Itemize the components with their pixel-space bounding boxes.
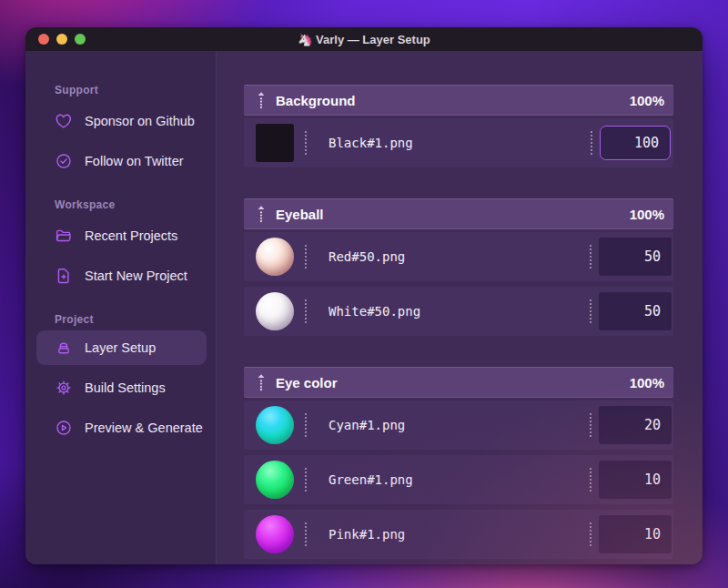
group-title: Background (276, 93, 356, 108)
divider (305, 522, 307, 546)
layer-filename: Red#50.png (329, 249, 590, 264)
layer-thumbnail (256, 406, 294, 444)
layer-setup-panel: Background 100% Black#1.png Eyeball 100% (217, 51, 703, 564)
layers-basket-icon (55, 339, 73, 357)
sidebar-item-recent-projects[interactable]: Recent Projects (36, 216, 207, 256)
sidebar-item-label: Build Settings (85, 380, 166, 395)
layer-row: Pink#1.png (244, 510, 673, 559)
app-window: 🦄 Varly — Layer Setup Support Sponsor on… (25, 27, 703, 564)
divider (590, 413, 592, 437)
group-weight: 100% (630, 207, 664, 222)
sidebar-item-label: Follow on Twitter (85, 154, 184, 168)
divider (590, 468, 592, 492)
divider (590, 522, 592, 546)
window-content: Support Sponsor on Github Follow on Twit… (25, 51, 703, 564)
drag-handle-icon[interactable] (256, 205, 267, 223)
sidebar-item-label: Recent Projects (85, 228, 177, 243)
layer-filename: Pink#1.png (329, 527, 590, 542)
sidebar-section-project: Project Layer Setup Build Settings Previ… (25, 312, 216, 448)
layer-row: Green#1.png (244, 455, 673, 504)
layer-weight-input[interactable] (599, 461, 672, 499)
sidebar-item-follow-on-twitter[interactable]: Follow on Twitter (36, 141, 207, 181)
divider (590, 299, 592, 323)
document-plus-icon (55, 267, 73, 285)
layer-filename: Green#1.png (329, 472, 590, 487)
sidebar-item-preview-generate[interactable]: Preview & Generate (36, 408, 207, 448)
sidebar-item-label: Start New Project (85, 269, 187, 283)
gear-icon (55, 379, 73, 397)
sidebar-item-build-settings[interactable]: Build Settings (36, 368, 207, 408)
layer-group-eye-color: Eye color 100% Cyan#1.png Green#1.png (244, 367, 673, 559)
close-button[interactable] (38, 34, 49, 45)
divider (305, 468, 307, 492)
sidebar-section-support: Support Sponsor on Github Follow on Twit… (25, 83, 216, 181)
heart-icon (55, 112, 73, 130)
group-weight: 100% (630, 375, 664, 390)
layer-thumbnail (256, 124, 294, 162)
zoom-button[interactable] (75, 34, 86, 45)
drag-handle-icon[interactable] (256, 373, 267, 391)
layer-row: Red#50.png (244, 232, 673, 281)
layer-weight-input[interactable] (599, 515, 672, 553)
divider (305, 299, 307, 323)
folder-open-icon (55, 227, 73, 245)
layer-filename: Black#1.png (329, 136, 591, 150)
window-title-text: Varly — Layer Setup (316, 33, 430, 46)
window-titlebar: 🦄 Varly — Layer Setup (25, 27, 703, 51)
layer-filename: White#50.png (329, 304, 590, 319)
layer-weight-input[interactable] (599, 292, 672, 330)
sidebar-item-label: Preview & Generate (85, 421, 203, 435)
divider (591, 131, 592, 155)
sidebar-item-start-new-project[interactable]: Start New Project (36, 256, 207, 296)
layer-weight-input[interactable] (599, 238, 672, 276)
layer-thumbnail (256, 461, 294, 499)
minimize-button[interactable] (56, 34, 67, 45)
section-label: Workspace (25, 198, 216, 212)
badge-check-icon (55, 152, 73, 170)
layer-thumbnail (256, 238, 294, 276)
layer-group-background: Background 100% Black#1.png (244, 85, 673, 167)
layer-thumbnail (256, 515, 294, 553)
layer-row: Black#1.png (244, 118, 673, 167)
layer-row: White#50.png (244, 287, 673, 336)
section-label: Support (25, 83, 216, 97)
traffic-lights (38, 34, 86, 45)
group-weight: 100% (630, 93, 664, 108)
layer-filename: Cyan#1.png (329, 418, 590, 432)
sidebar-item-sponsor-on-github[interactable]: Sponsor on Github (36, 101, 207, 141)
divider (305, 413, 307, 437)
sidebar-item-label: Sponsor on Github (85, 114, 195, 128)
layer-weight-input[interactable] (600, 126, 671, 160)
group-title: Eye color (276, 375, 338, 390)
window-title: 🦄 Varly — Layer Setup (25, 33, 703, 46)
sidebar: Support Sponsor on Github Follow on Twit… (25, 51, 217, 564)
layer-thumbnail (256, 292, 294, 330)
layer-row: Cyan#1.png (244, 400, 673, 450)
layer-weight-input[interactable] (599, 406, 672, 444)
group-title: Eyeball (276, 207, 324, 222)
layer-group-eyeball: Eyeball 100% Red#50.png White#50.png (244, 198, 673, 336)
sidebar-item-label: Layer Setup (85, 340, 156, 355)
group-header: Background 100% (244, 85, 673, 116)
divider (590, 245, 592, 269)
sidebar-item-layer-setup[interactable]: Layer Setup (36, 330, 207, 365)
group-header: Eye color 100% (244, 367, 673, 398)
divider (305, 131, 307, 155)
divider (305, 245, 307, 269)
drag-handle-icon[interactable] (256, 91, 267, 109)
app-icon: 🦄 (298, 33, 312, 46)
play-circle-icon (55, 419, 73, 437)
sidebar-section-workspace: Workspace Recent Projects Start New Proj… (25, 198, 216, 296)
section-label: Project (25, 312, 216, 327)
group-header: Eyeball 100% (244, 198, 673, 229)
